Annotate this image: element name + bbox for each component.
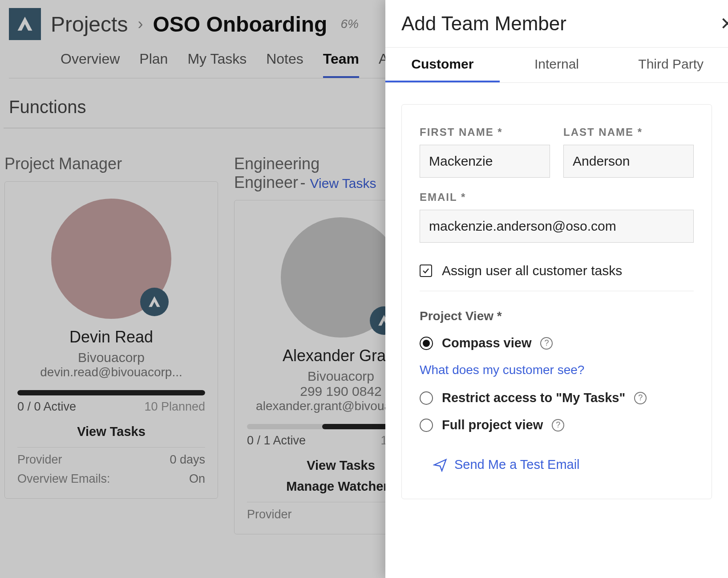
assign-tasks-label: Assign user all customer tasks: [442, 263, 622, 278]
breadcrumb-current[interactable]: OSO Onboarding: [153, 12, 327, 37]
breadcrumb-root[interactable]: Projects: [51, 12, 128, 37]
what-customer-sees-link[interactable]: What does my customer see?: [420, 363, 694, 377]
avatar-wrap: [51, 199, 171, 319]
role-pm-title: Project Manager: [4, 154, 218, 173]
logo-icon: [15, 14, 35, 34]
view-tasks-link[interactable]: View Tasks: [17, 424, 205, 439]
progress-bar: [17, 390, 205, 395]
person-name: Devin Read: [17, 328, 205, 346]
tab-team[interactable]: Team: [323, 51, 359, 78]
send-icon: [433, 458, 447, 472]
breadcrumb-separator: ›: [138, 15, 143, 33]
logo-icon: [147, 294, 162, 309]
avatar-wrap: [281, 217, 401, 338]
assign-tasks-row[interactable]: Assign user all customer tasks: [420, 263, 694, 278]
help-icon[interactable]: ?: [540, 337, 553, 350]
radio-full-label: Full project view: [442, 418, 543, 432]
form-card: FIRST NAME * LAST NAME * EMAIL * Assign …: [401, 104, 712, 499]
last-name-label: LAST NAME *: [563, 126, 694, 138]
panel-tab-internal[interactable]: Internal: [500, 48, 614, 82]
overview-emails-value: On: [189, 472, 205, 486]
radio-full[interactable]: [420, 419, 433, 432]
project-view-label: Project View *: [420, 309, 694, 323]
overview-emails-label: Overview Emails:: [17, 472, 110, 486]
provider-label: Provider: [247, 508, 292, 521]
progress-meta: 0 / 0 Active 10 Planned: [17, 400, 205, 414]
email-label: EMAIL *: [420, 191, 694, 204]
role-view-tasks-link[interactable]: View Tasks: [310, 176, 376, 191]
divider: [17, 447, 205, 448]
last-name-input[interactable]: [563, 145, 694, 178]
panel-tab-third-party[interactable]: Third Party: [614, 48, 728, 82]
role-eng-title2: Engineer: [234, 173, 298, 191]
active-count: 0 / 1 Active: [247, 434, 306, 448]
provider-value: 0 days: [170, 453, 205, 467]
divider: [420, 291, 694, 291]
first-name-input[interactable]: [420, 145, 550, 178]
radio-compass-row[interactable]: Compass view ?: [420, 336, 694, 350]
radio-compass-label: Compass view: [442, 336, 531, 350]
avatar-badge: [140, 288, 169, 316]
help-icon[interactable]: ?: [552, 419, 564, 431]
radio-restrict-label: Restrict access to "My Tasks": [442, 391, 625, 405]
panel-header: Add Team Member ✕: [385, 0, 728, 48]
provider-label: Provider: [17, 453, 62, 467]
planned-count: 10 Planned: [144, 400, 205, 414]
send-test-email-row[interactable]: Send Me a Test Email: [420, 457, 694, 472]
active-count: 0 / 0 Active: [17, 400, 76, 414]
radio-restrict[interactable]: [420, 391, 433, 405]
person-email: devin.read@bivouacorp...: [17, 365, 205, 379]
radio-compass[interactable]: [420, 337, 433, 350]
progress-pct: 6%: [340, 17, 358, 31]
card-devin-read[interactable]: Devin Read Bivouacorp devin.read@bivouac…: [4, 181, 218, 499]
person-org: Bivouacorp: [17, 350, 205, 365]
tab-overview[interactable]: Overview: [61, 51, 120, 78]
app-logo[interactable]: [9, 8, 41, 40]
tab-notes[interactable]: Notes: [266, 51, 303, 78]
avatar-devin: [51, 199, 171, 319]
close-icon[interactable]: ✕: [720, 13, 728, 34]
radio-full-row[interactable]: Full project view ?: [420, 418, 694, 432]
panel-title: Add Team Member: [401, 12, 566, 35]
role-project-manager: Project Manager Devin Read Bivouacorp de…: [4, 154, 218, 534]
tab-plan[interactable]: Plan: [139, 51, 168, 78]
first-name-label: FIRST NAME *: [420, 126, 550, 138]
add-team-member-panel: Add Team Member ✕ Customer Internal Thir…: [385, 0, 728, 578]
email-input[interactable]: [420, 210, 694, 243]
help-icon[interactable]: ?: [634, 392, 647, 404]
panel-body: FIRST NAME * LAST NAME * EMAIL * Assign …: [385, 83, 728, 521]
panel-tabs: Customer Internal Third Party: [385, 48, 728, 83]
avatar-alexander: [281, 217, 401, 338]
send-test-email-link[interactable]: Send Me a Test Email: [454, 457, 580, 472]
check-icon: [422, 267, 430, 275]
panel-tab-customer[interactable]: Customer: [385, 48, 500, 82]
radio-restrict-row[interactable]: Restrict access to "My Tasks" ?: [420, 391, 694, 405]
tab-my-tasks[interactable]: My Tasks: [187, 51, 247, 78]
assign-tasks-checkbox[interactable]: [420, 265, 432, 277]
